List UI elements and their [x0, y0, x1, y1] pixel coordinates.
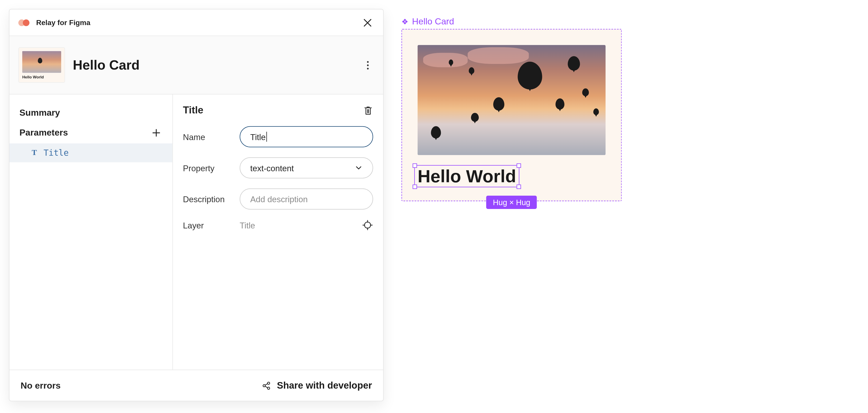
thumbnail-image — [22, 51, 61, 73]
component-header: Hello World Hello Card — [9, 36, 383, 94]
selection-outline — [414, 165, 520, 187]
component-name: Hello Card — [73, 57, 140, 73]
panel-footer: No errors Share with developer — [9, 370, 383, 401]
more-menu-button[interactable] — [361, 58, 374, 72]
selected-title-layer[interactable]: Hello World — [417, 167, 516, 185]
field-name-row: Name Title — [183, 126, 373, 147]
close-button[interactable] — [361, 16, 374, 29]
parameter-item-title[interactable]: T Title — [9, 144, 173, 162]
field-layer-row: Layer Title — [183, 220, 373, 231]
sidebar: Summary Parameters T Title — [9, 94, 173, 370]
card-frame-wrapper: Hello World Hug × Hug — [401, 29, 622, 201]
text-param-icon: T — [32, 149, 37, 157]
error-status: No errors — [21, 380, 61, 390]
chevron-down-icon — [355, 164, 362, 172]
detail-header: Title — [183, 104, 373, 116]
svg-point-0 — [365, 222, 371, 228]
sidebar-parameters-label: Parameters — [20, 128, 68, 138]
share-icon — [261, 380, 271, 390]
card-frame[interactable]: Hello World — [401, 29, 622, 201]
field-property-label: Property — [183, 163, 231, 172]
close-icon — [363, 18, 372, 27]
size-badge: Hug × Hug — [486, 196, 537, 209]
delete-parameter-button[interactable] — [363, 105, 373, 115]
frame-label[interactable]: ❖ Hello Card — [401, 17, 622, 27]
name-input[interactable]: Title — [240, 126, 373, 147]
relay-logo-icon — [18, 19, 31, 26]
text-caret — [266, 132, 267, 142]
svg-point-2 — [268, 382, 270, 384]
field-name-label: Name — [183, 132, 231, 141]
component-thumbnail: Hello World — [18, 47, 65, 83]
resize-handle-tr[interactable] — [517, 163, 521, 168]
svg-point-1 — [263, 384, 266, 387]
locate-layer-button[interactable] — [362, 220, 373, 231]
sidebar-summary[interactable]: Summary — [9, 103, 173, 123]
plugin-title: Relay for Figma — [36, 18, 90, 27]
resize-handle-bl[interactable] — [412, 185, 417, 189]
description-placeholder: Add description — [250, 194, 308, 204]
thumbnail-caption: Hello World — [22, 75, 61, 79]
field-property-row: Property text-content — [183, 157, 373, 178]
panel-header: Relay for Figma — [9, 9, 383, 36]
property-value: text-content — [250, 163, 294, 172]
field-layer-label: Layer — [183, 220, 231, 230]
sidebar-parameters-header: Parameters — [9, 122, 173, 143]
resize-handle-br[interactable] — [517, 185, 521, 189]
share-label: Share with developer — [277, 380, 372, 391]
plugin-panel: Relay for Figma Hello World Hello Card S… — [9, 9, 383, 401]
trash-icon — [363, 105, 373, 115]
parameter-name: Title — [43, 148, 69, 158]
frame-name: Hello Card — [412, 17, 454, 27]
figma-canvas: ❖ Hello Card Hello World — [401, 17, 622, 201]
detail-heading: Title — [183, 104, 203, 116]
layer-value: Title — [240, 220, 255, 230]
share-button[interactable]: Share with developer — [261, 380, 372, 391]
add-parameter-button[interactable] — [150, 127, 162, 139]
panel-body: Summary Parameters T Title Title — [9, 94, 383, 370]
field-description-label: Description — [183, 194, 231, 204]
field-description-row: Description Add description — [183, 188, 373, 210]
resize-handle-tl[interactable] — [412, 163, 417, 168]
svg-point-3 — [268, 387, 270, 389]
crosshair-icon — [362, 220, 373, 231]
detail-pane: Title Name Title Property text-content — [173, 94, 383, 370]
card-image[interactable] — [417, 45, 605, 155]
description-input[interactable]: Add description — [240, 188, 373, 210]
plus-icon — [152, 128, 161, 137]
component-icon: ❖ — [401, 17, 409, 26]
property-select[interactable]: text-content — [240, 157, 373, 178]
name-input-value: Title — [250, 132, 266, 141]
